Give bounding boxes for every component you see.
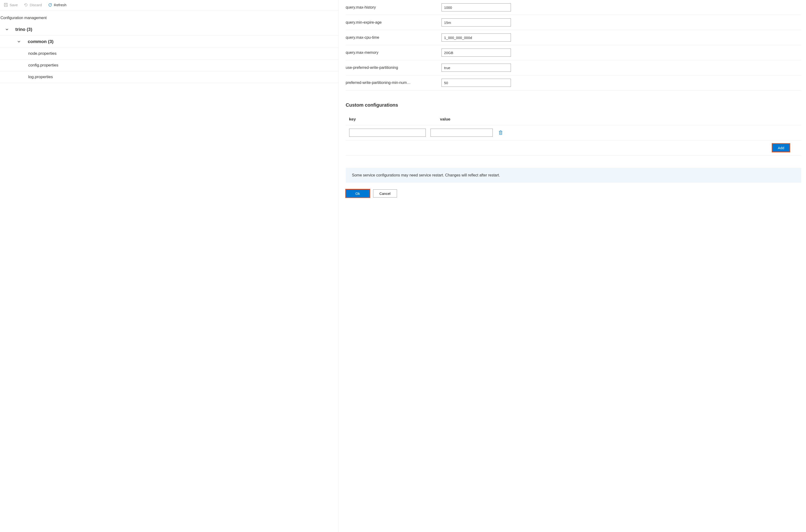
tree-item-log-properties[interactable]: log.properties: [0, 71, 338, 83]
trash-icon: [498, 130, 503, 135]
save-button[interactable]: Save: [3, 2, 19, 7]
config-key: query.min-expire-age: [346, 20, 437, 25]
config-value-input[interactable]: [441, 3, 511, 12]
custom-configurations-title: Custom configurations: [346, 102, 801, 108]
config-value-input[interactable]: [441, 79, 511, 87]
save-icon: [4, 3, 8, 7]
tree-root-trino[interactable]: trino (3): [0, 23, 338, 36]
discard-label: Discard: [30, 3, 42, 7]
config-key: query.max-cpu-time: [346, 35, 437, 40]
tree-group-common[interactable]: common (3): [0, 36, 338, 48]
custom-key-input[interactable]: [349, 129, 426, 137]
config-value-input[interactable]: [441, 18, 511, 26]
discard-button[interactable]: Discard: [23, 2, 43, 7]
config-value-input[interactable]: [441, 63, 511, 72]
tree-item-label: config.properties: [28, 63, 58, 68]
tree-item-label: log.properties: [28, 75, 53, 79]
config-value-input[interactable]: [441, 49, 511, 57]
svg-rect-1: [5, 3, 6, 4]
info-message: Some service configurations may need ser…: [346, 168, 801, 183]
svg-rect-3: [499, 131, 502, 134]
add-row-container: Add: [346, 140, 801, 155]
tree-group-label: common (3): [28, 39, 54, 44]
refresh-label: Refresh: [54, 3, 67, 7]
config-key: preferred-write-partitioning-min-num…: [346, 80, 437, 85]
config-key: use-preferred-write-partitioning: [346, 65, 437, 70]
header-key: key: [349, 117, 435, 122]
svg-rect-2: [5, 5, 7, 7]
custom-configurations-section: Custom configurations key value Add: [346, 102, 801, 155]
undo-icon: [24, 3, 28, 7]
config-row: query.max-history: [346, 0, 801, 15]
svg-rect-0: [4, 3, 8, 7]
config-row: query.max-cpu-time: [346, 30, 801, 45]
custom-value-input[interactable]: [431, 129, 493, 137]
refresh-icon: [48, 3, 52, 7]
right-panel: query.max-history query.min-expire-age q…: [338, 0, 806, 532]
refresh-button[interactable]: Refresh: [47, 2, 68, 7]
toolbar: Save Discard Refresh: [0, 0, 338, 11]
config-tree: trino (3) common (3) node.properties con…: [0, 23, 338, 532]
chevron-down-icon: [5, 28, 8, 31]
section-title: Configuration management: [0, 11, 338, 23]
tree-root-label: trino (3): [15, 27, 32, 32]
left-panel: Save Discard Refresh Configuration manag…: [0, 0, 338, 532]
tree-item-node-properties[interactable]: node.properties: [0, 48, 338, 59]
tree-item-label: node.properties: [28, 51, 56, 56]
delete-row-button[interactable]: [497, 129, 504, 136]
config-row: use-preferred-write-partitioning: [346, 60, 801, 75]
header-value: value: [440, 117, 801, 122]
config-value-input[interactable]: [441, 34, 511, 42]
action-row: Ok Cancel: [346, 189, 801, 197]
cancel-button[interactable]: Cancel: [373, 189, 397, 197]
config-row: query.min-expire-age: [346, 15, 801, 30]
chevron-down-icon: [17, 40, 21, 43]
tree-item-config-properties[interactable]: config.properties: [0, 59, 338, 71]
config-key: query.max-memory: [346, 51, 437, 55]
config-row: query.max-memory: [346, 45, 801, 60]
config-row: preferred-write-partitioning-min-num…: [346, 75, 801, 90]
add-button[interactable]: Add: [772, 144, 790, 152]
custom-table-header: key value: [346, 115, 801, 125]
save-label: Save: [10, 3, 18, 7]
custom-config-row: [346, 125, 801, 140]
config-key: query.max-history: [346, 5, 437, 10]
ok-button[interactable]: Ok: [346, 189, 370, 197]
